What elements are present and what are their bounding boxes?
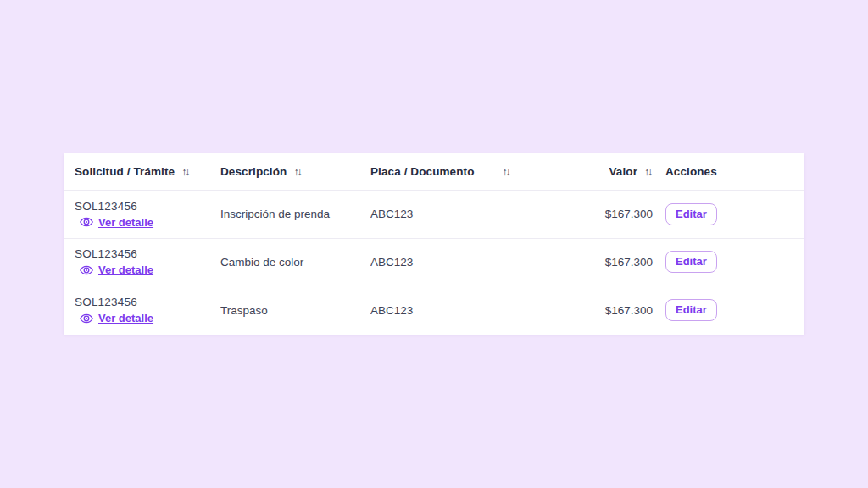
- table-row: SOL123456 Ver detalle Traspaso ABC123 $1…: [64, 286, 804, 335]
- requests-table: Solicitud / Trámite ↑↓ Descripción ↑↓ Pl…: [64, 153, 804, 335]
- sort-icon-solicitud[interactable]: ↑↓: [181, 167, 190, 177]
- column-header-descripcion-label: Descripción: [220, 165, 287, 178]
- eye-icon: [80, 265, 93, 275]
- solicitud-id: SOL123456: [75, 296, 137, 308]
- ver-detalle-link[interactable]: Ver detalle: [80, 312, 153, 324]
- column-header-placa-label: Placa / Documento: [370, 165, 474, 178]
- sort-icon-valor[interactable]: ↑↓: [644, 167, 653, 177]
- solicitud-cell: SOL123456 Ver detalle: [64, 200, 220, 229]
- sort-icon-descripcion[interactable]: ↑↓: [293, 167, 302, 177]
- ver-detalle-label: Ver detalle: [98, 263, 153, 276]
- sort-icon-placa[interactable]: ↑↓: [502, 167, 510, 177]
- eye-icon: [80, 217, 93, 227]
- column-header-acciones-label: Acciones: [665, 165, 717, 178]
- placa-cell: ABC123: [370, 208, 574, 220]
- table-row: SOL123456 Ver detalle Inscripción de pre…: [64, 191, 804, 239]
- ver-detalle-label: Ver detalle: [98, 312, 153, 324]
- column-header-solicitud-label: Solicitud / Trámite: [75, 165, 175, 178]
- acciones-cell: Editar: [653, 203, 804, 225]
- table-row: SOL123456 Ver detalle Cambio de color AB…: [64, 239, 804, 287]
- column-header-valor: Valor ↑↓: [574, 165, 653, 178]
- solicitud-id: SOL123456: [75, 247, 137, 260]
- column-header-solicitud: Solicitud / Trámite ↑↓: [64, 165, 220, 178]
- solicitud-id: SOL123456: [75, 200, 137, 213]
- ver-detalle-link[interactable]: Ver detalle: [80, 263, 153, 276]
- acciones-cell: Editar: [653, 251, 804, 273]
- ver-detalle-label: Ver detalle: [98, 216, 153, 229]
- placa-cell: ABC123: [370, 304, 574, 317]
- column-header-valor-label: Valor: [609, 165, 637, 178]
- placa-cell: ABC123: [370, 256, 574, 269]
- editar-button[interactable]: Editar: [665, 203, 717, 225]
- editar-button[interactable]: Editar: [665, 251, 717, 273]
- valor-cell: $167.300: [574, 256, 653, 269]
- solicitud-cell: SOL123456 Ver detalle: [64, 247, 220, 276]
- table-header-row: Solicitud / Trámite ↑↓ Descripción ↑↓ Pl…: [64, 153, 804, 191]
- column-header-placa: Placa / Documento ↑↓: [370, 165, 574, 178]
- descripcion-cell: Inscripción de prenda: [220, 208, 370, 220]
- solicitud-cell: SOL123456 Ver detalle: [64, 296, 220, 324]
- valor-cell: $167.300: [574, 208, 653, 220]
- valor-cell: $167.300: [574, 304, 653, 317]
- editar-button[interactable]: Editar: [665, 299, 717, 321]
- ver-detalle-link[interactable]: Ver detalle: [80, 216, 153, 229]
- acciones-cell: Editar: [653, 299, 804, 321]
- eye-icon: [80, 313, 93, 324]
- column-header-descripcion: Descripción ↑↓: [220, 165, 370, 178]
- descripcion-cell: Cambio de color: [220, 256, 370, 269]
- descripcion-cell: Traspaso: [220, 304, 370, 317]
- column-header-acciones: Acciones: [653, 165, 804, 178]
